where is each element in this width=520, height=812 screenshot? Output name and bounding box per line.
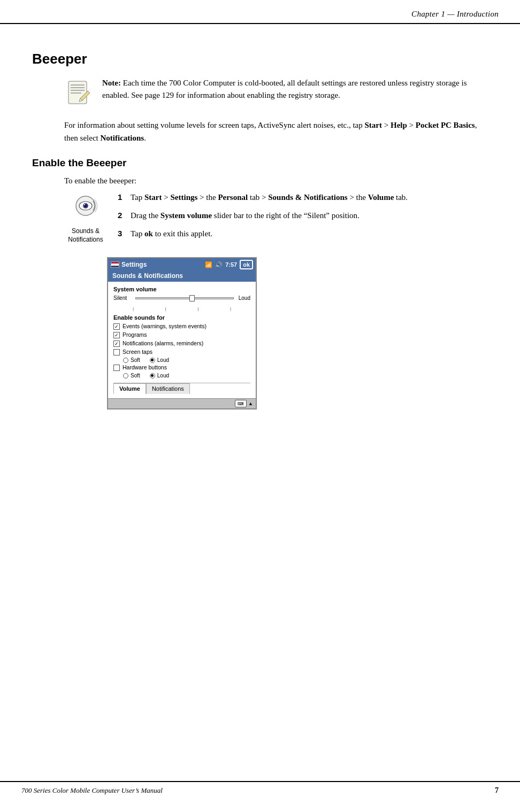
ss-tick-3: | bbox=[197, 306, 198, 311]
ss-radio-soft-label: Soft bbox=[131, 357, 140, 363]
sounds-notifications-icon bbox=[70, 193, 102, 225]
ss-enable-sounds-label: Enable sounds for bbox=[113, 314, 250, 321]
ss-slider-row: Silent Loud bbox=[113, 295, 250, 301]
step-2-text: Drag the System volume slider bar to the… bbox=[131, 209, 488, 222]
ss-checkbox-programs: Programs bbox=[113, 331, 250, 338]
ss-checkbox-screentaps: Screen taps bbox=[113, 349, 250, 355]
info-pocketpc: Pocket PC Basics bbox=[416, 121, 475, 129]
step-1-num: 1 bbox=[118, 191, 131, 204]
note-text: Note: Each time the 700 Color Computer i… bbox=[102, 77, 488, 102]
ss-radio-loud-hw-circle[interactable] bbox=[150, 373, 155, 378]
note-icon bbox=[64, 79, 94, 108]
ss-checkbox-programs-label: Programs bbox=[123, 331, 147, 338]
info-period: . bbox=[144, 134, 146, 142]
footer-page-number: 7 bbox=[495, 786, 499, 795]
ss-radio-soft-circle[interactable] bbox=[123, 358, 128, 363]
ss-titlebar-right: 📶 🔊 7:57 ok bbox=[205, 260, 253, 269]
ss-flag-icon bbox=[111, 261, 119, 268]
pencil-note-icon bbox=[64, 79, 91, 106]
ss-tick-2: | bbox=[165, 306, 166, 311]
ss-checkbox-hardware-box[interactable] bbox=[113, 365, 120, 371]
ss-checkbox-hardware-label: Hardware buttons bbox=[123, 364, 167, 370]
ss-checkbox-notifications-box[interactable] bbox=[113, 341, 120, 347]
ss-radio-loud-screentaps[interactable]: Loud bbox=[150, 357, 169, 363]
ss-up-arrow: ▲ bbox=[248, 401, 253, 406]
page-header: Chapter 1 — Introduction bbox=[0, 0, 520, 24]
ss-silent-label: Silent bbox=[113, 295, 132, 301]
ss-checkbox-events-box[interactable] bbox=[113, 323, 120, 330]
ss-radio-group-hardware: Soft Loud bbox=[123, 373, 250, 378]
ss-time: 7:57 bbox=[225, 261, 237, 268]
ss-loud-label: Loud bbox=[237, 295, 250, 301]
section-label: Introduction bbox=[457, 10, 499, 18]
ss-checkbox-notifications: Notifications (alarms, reminders) bbox=[113, 340, 250, 347]
svg-rect-2 bbox=[71, 87, 85, 88]
ss-radio-soft-hardware[interactable]: Soft bbox=[123, 373, 140, 378]
ss-keyboard-icon[interactable]: ⌨ bbox=[235, 400, 247, 407]
step-2: 2 Drag the System volume slider bar to t… bbox=[118, 209, 488, 222]
info-text-before: For information about setting volume lev… bbox=[64, 121, 365, 129]
steps-list: 1 Tap Start > Settings > the Personal ta… bbox=[118, 191, 488, 245]
sounds-notifications-icon-block: Sounds &Notifications bbox=[64, 193, 107, 244]
info-paragraph: For information about setting volume lev… bbox=[64, 119, 488, 144]
svg-rect-1 bbox=[71, 84, 85, 86]
ss-slider-track[interactable] bbox=[135, 297, 234, 299]
ss-tab-volume[interactable]: Volume bbox=[113, 383, 146, 394]
chapter-label: Chapter 1 bbox=[411, 10, 445, 18]
em-dash: — bbox=[445, 10, 457, 18]
svg-rect-4 bbox=[71, 92, 81, 94]
ss-radio-loud-label: Loud bbox=[157, 357, 169, 363]
step-1: 1 Tap Start > Settings > the Personal ta… bbox=[118, 191, 488, 204]
subsection-title-enable: Enable the Beeeper bbox=[32, 157, 488, 169]
info-gt2: > bbox=[407, 121, 416, 129]
ss-subtitle-bar: Sounds & Notifications bbox=[108, 271, 256, 282]
steps-intro: To enable the beeeper: bbox=[64, 176, 488, 185]
info-notifications: Notifications bbox=[100, 134, 144, 142]
ss-checkbox-screentaps-box[interactable] bbox=[113, 349, 120, 355]
info-help: Help bbox=[391, 121, 407, 129]
info-gt1: > bbox=[382, 121, 391, 129]
step-icon-label: Sounds &Notifications bbox=[68, 227, 103, 244]
ss-tabs: Volume Notifications bbox=[113, 383, 250, 394]
ss-radio-soft-screentaps[interactable]: Soft bbox=[123, 357, 140, 363]
ss-tick-4: | bbox=[230, 306, 231, 311]
ss-tab-notifications[interactable]: Notifications bbox=[146, 383, 190, 394]
ss-checkbox-programs-box[interactable] bbox=[113, 332, 120, 338]
page-footer: 700 Series Color Mobile Computer User’s … bbox=[0, 781, 520, 799]
ss-checkbox-events: Events (warnings, system events) bbox=[113, 323, 250, 330]
section-title-beeeper: Beeeper bbox=[32, 51, 488, 67]
ss-ok-button[interactable]: ok bbox=[240, 260, 253, 269]
note-block: Note: Each time the 700 Color Computer i… bbox=[64, 77, 488, 108]
info-start: Start bbox=[365, 121, 383, 129]
step-1-text: Tap Start > Settings > the Personal tab … bbox=[131, 191, 488, 204]
ss-radio-loud-hardware[interactable]: Loud bbox=[150, 373, 169, 378]
ss-checkbox-events-label: Events (warnings, system events) bbox=[123, 323, 207, 329]
screenshot: Settings 📶 🔊 7:57 ok Sounds & Notificati… bbox=[107, 257, 257, 409]
step-3: 3 Tap ok to exit this applet. bbox=[118, 227, 488, 240]
ss-titlebar: Settings 📶 🔊 7:57 ok bbox=[108, 258, 256, 271]
ss-bottombar: ⌨ ▲ bbox=[108, 398, 256, 408]
ss-radio-loud-hw-label: Loud bbox=[157, 373, 169, 378]
ss-antenna-icon: 📶 bbox=[205, 261, 212, 268]
ss-checkbox-screentaps-label: Screen taps bbox=[123, 349, 152, 355]
ss-speaker-icon: 🔊 bbox=[215, 261, 223, 268]
footer-left-text: 700 Series Color Mobile Computer User’s … bbox=[21, 786, 163, 795]
ss-radio-loud-circle[interactable] bbox=[150, 358, 155, 363]
ss-slider-thumb[interactable] bbox=[189, 295, 195, 301]
ss-slider-ticks: | | | | bbox=[113, 306, 250, 311]
ss-radio-group-screentaps: Soft Loud bbox=[123, 357, 250, 363]
ss-system-volume-label: System volume bbox=[113, 286, 250, 292]
note-label: Note: bbox=[102, 79, 121, 87]
main-content: Beeeper Note: Each time the 700 Color Co… bbox=[0, 24, 520, 442]
ss-radio-soft-hw-label: Soft bbox=[131, 373, 140, 378]
ss-radio-soft-hw-circle[interactable] bbox=[123, 373, 128, 378]
svg-rect-3 bbox=[71, 90, 85, 91]
svg-point-12 bbox=[84, 204, 85, 205]
ss-tick-1: | bbox=[133, 306, 134, 311]
step-2-num: 2 bbox=[118, 209, 131, 222]
ss-title: Settings bbox=[121, 261, 147, 268]
note-body-text: Each time the 700 Color Computer is cold… bbox=[102, 79, 467, 99]
step-3-num: 3 bbox=[118, 227, 131, 240]
ss-checkbox-hardware: Hardware buttons bbox=[113, 364, 250, 371]
ss-body: System volume Silent Loud | | | | Enable… bbox=[108, 282, 256, 398]
